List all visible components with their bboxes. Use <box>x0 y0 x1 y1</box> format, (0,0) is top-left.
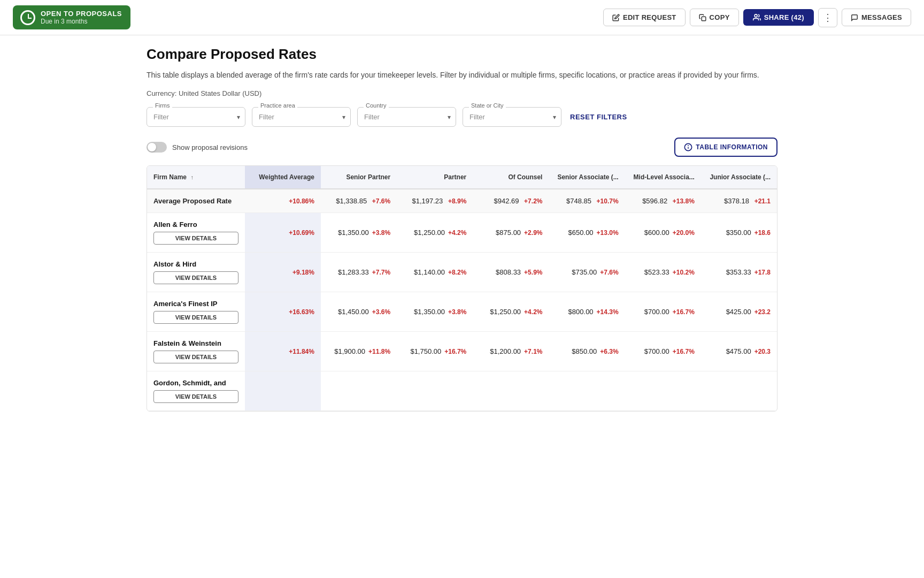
firm-partner-4 <box>397 371 473 411</box>
reset-filters-button[interactable]: RESET FILTERS <box>568 109 629 125</box>
avg-partner-cell: $1,197.23 +8.9% <box>397 189 473 213</box>
firm-senior-partner-change-1: +7.7% <box>372 269 390 276</box>
col-of-counsel[interactable]: Of Counsel <box>473 166 549 189</box>
edit-request-button[interactable]: EDIT REQUEST <box>603 9 686 26</box>
view-details-button-2[interactable]: VIEW DETAILS <box>153 311 238 324</box>
badge-title: OPEN TO PROPOSALS <box>41 10 122 18</box>
firm-of-counsel-4 <box>473 371 549 411</box>
view-details-button-3[interactable]: VIEW DETAILS <box>153 351 238 363</box>
pencil-icon <box>612 14 620 21</box>
avg-senior-partner-value: $1,338.85 <box>336 197 367 205</box>
avg-mid-assoc-cell: $596.82 +13.8% <box>625 189 701 213</box>
firm-senior-assoc-change-3: +6.3% <box>600 348 618 355</box>
col-senior-associate[interactable]: Senior Associate (... <box>549 166 625 189</box>
col-senior-partner[interactable]: Senior Partner <box>321 166 397 189</box>
messages-label: MESSAGES <box>861 13 902 21</box>
firm-name-3: Falstein & Weinstein <box>153 339 238 347</box>
firm-senior-partner-0: $1,350.00+3.8% <box>321 213 397 253</box>
view-details-button-4[interactable]: VIEW DETAILS <box>153 390 238 403</box>
firm-info-2: America's Finest IP VIEW DETAILS <box>153 300 238 324</box>
avg-weighted-avg: +10.86% <box>289 197 314 205</box>
firm-partner-change-1: +8.2% <box>448 269 466 276</box>
avg-label-cell: Average Proposed Rate <box>147 189 245 213</box>
firm-senior-partner-change-0: +3.8% <box>372 229 390 237</box>
firm-weighted-avg-value-1: +9.18% <box>292 269 314 276</box>
view-details-button-1[interactable]: VIEW DETAILS <box>153 271 238 284</box>
firm-partner-change-2: +3.8% <box>448 308 466 316</box>
firm-of-counsel-change-0: +2.9% <box>524 229 542 237</box>
avg-mid-assoc-change: +13.8% <box>673 197 695 205</box>
firm-of-counsel-2: $1,250.00+4.2% <box>473 292 549 332</box>
avg-of-counsel-change: +7.2% <box>524 197 542 205</box>
filters-row: Firms Filter ▾ Practice area Filter ▾ Co… <box>147 107 777 127</box>
table-row: America's Finest IP VIEW DETAILS +16.63%… <box>147 292 777 332</box>
col-weighted-avg[interactable]: Weighted Average <box>245 166 321 189</box>
svg-point-1 <box>754 14 757 17</box>
firm-name-0: Allen & Ferro <box>153 220 238 229</box>
messages-button[interactable]: MESSAGES <box>842 9 911 26</box>
topbar: OPEN TO PROPOSALS Due in 3 months EDIT R… <box>0 0 924 35</box>
view-details-button-0[interactable]: VIEW DETAILS <box>153 232 238 245</box>
firm-mid-assoc-1: $523.33+10.2% <box>625 253 701 292</box>
firm-senior-assoc-2: $800.00+14.3% <box>549 292 625 332</box>
col-firm-name[interactable]: Firm Name ↑ <box>147 166 245 189</box>
table-row: Falstein & Weinstein VIEW DETAILS +11.84… <box>147 332 777 371</box>
avg-senior-partner-cell: $1,338.85 +7.6% <box>321 189 397 213</box>
firm-mid-assoc-4 <box>625 371 701 411</box>
avg-weighted-avg-cell: +10.86% <box>245 189 321 213</box>
col-firm-name-label: Firm Name <box>153 173 187 181</box>
firm-senior-partner-change-2: +3.6% <box>372 308 390 316</box>
share-button[interactable]: SHARE (42) <box>743 9 814 26</box>
state-city-select[interactable]: Filter <box>463 107 561 127</box>
rates-table: Firm Name ↑ Weighted Average Senior Part… <box>147 166 777 411</box>
firm-senior-partner-1: $1,283.33+7.7% <box>321 253 397 292</box>
table-header-row: Firm Name ↑ Weighted Average Senior Part… <box>147 166 777 189</box>
avg-of-counsel-value: $942.69 <box>494 197 519 205</box>
firm-senior-assoc-change-2: +14.3% <box>597 308 619 316</box>
firm-partner-change-3: +16.7% <box>444 348 466 355</box>
clock-icon <box>20 10 35 25</box>
table-row: Alstor & Hird VIEW DETAILS +9.18% $1,283… <box>147 253 777 292</box>
svg-rect-0 <box>702 17 706 21</box>
firm-partner-change-0: +4.2% <box>448 229 466 237</box>
firm-mid-assoc-change-3: +16.7% <box>673 348 695 355</box>
firm-cell-2: America's Finest IP VIEW DETAILS <box>147 292 245 332</box>
col-junior-associate[interactable]: Junior Associate (... <box>701 166 777 189</box>
practice-filter: Practice area Filter ▾ <box>252 107 351 127</box>
firm-weighted-avg-value-2: +16.63% <box>289 308 314 316</box>
more-options-button[interactable]: ⋮ <box>818 8 837 27</box>
revisions-row: Show proposal revisions TABLE INFORMATIO… <box>147 138 777 157</box>
firm-partner-2: $1,350.00+3.8% <box>397 292 473 332</box>
col-partner[interactable]: Partner <box>397 166 473 189</box>
firm-info-3: Falstein & Weinstein VIEW DETAILS <box>153 339 238 363</box>
toggle-row: Show proposal revisions <box>147 142 248 153</box>
show-revisions-toggle[interactable] <box>147 142 167 153</box>
firm-weighted-avg-value-3: +11.84% <box>289 348 314 355</box>
practice-select[interactable]: Filter <box>252 107 351 127</box>
avg-senior-assoc-cell: $748.85 +10.7% <box>549 189 625 213</box>
topbar-actions: EDIT REQUEST COPY SHARE (42) ⋮ MESSAGES <box>603 8 911 27</box>
firm-senior-assoc-1: $735.00+7.6% <box>549 253 625 292</box>
page-title: Compare Proposed Rates <box>147 46 777 63</box>
firm-info-4: Gordon, Schmidt, and VIEW DETAILS <box>153 379 238 403</box>
country-select[interactable]: Filter <box>357 107 456 127</box>
open-to-proposals-badge[interactable]: OPEN TO PROPOSALS Due in 3 months <box>13 5 130 29</box>
practice-label: Practice area <box>258 102 297 109</box>
firm-info-1: Alstor & Hird VIEW DETAILS <box>153 260 238 284</box>
avg-senior-partner-change: +7.6% <box>372 197 390 205</box>
firm-mid-assoc-0: $600.00+20.0% <box>625 213 701 253</box>
firms-label: Firms <box>153 102 172 109</box>
firm-of-counsel-change-3: +7.1% <box>524 348 542 355</box>
firm-junior-assoc-2: $425.00+23.2 <box>701 292 777 332</box>
table-information-button[interactable]: TABLE INFORMATION <box>674 138 777 157</box>
copy-button[interactable]: COPY <box>690 9 739 26</box>
firm-of-counsel-change-2: +4.2% <box>524 308 542 316</box>
firms-select[interactable]: Filter <box>147 107 245 127</box>
firm-partner-3: $1,750.00+16.7% <box>397 332 473 371</box>
table-row: Allen & Ferro VIEW DETAILS +10.69% $1,35… <box>147 213 777 253</box>
firms-filter: Firms Filter ▾ <box>147 107 245 127</box>
firm-partner-0: $1,250.00+4.2% <box>397 213 473 253</box>
firm-senior-partner-change-3: +11.8% <box>368 348 390 355</box>
firm-name-2: America's Finest IP <box>153 300 238 308</box>
col-mid-associate[interactable]: Mid-Level Associa... <box>625 166 701 189</box>
